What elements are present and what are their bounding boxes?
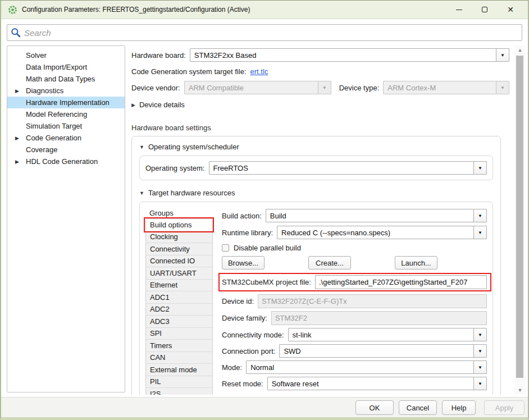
sidebar-item-solver[interactable]: Solver (7, 49, 125, 61)
target-hw-resources-section-title: Target hardware resources (148, 189, 235, 197)
hardware-board-dropdown[interactable]: STM32F2xx Based ▼ (190, 48, 509, 62)
group-item-clocking[interactable]: Clocking (146, 231, 212, 244)
runtime-library-dropdown[interactable]: Reduced C (--specs=nano.specs) ▼ (277, 226, 487, 239)
groups-column: Groups Build optionsClockingConnectivity… (145, 207, 213, 395)
connection-port-value: SWD (280, 345, 473, 357)
collapsed-triangle-icon: ▶ (131, 102, 135, 108)
scroll-down-icon[interactable]: ▼ (514, 386, 526, 395)
search-row (7, 24, 522, 41)
sidebar-item-label: Math and Data Types (26, 75, 95, 83)
cancel-button[interactable]: Cancel (399, 400, 437, 415)
sidebar-item-coverage[interactable]: Coverage (7, 144, 125, 156)
operating-system-dropdown[interactable]: FreeRTOS ▼ (209, 161, 487, 175)
close-icon: ✕ (507, 6, 514, 13)
group-item-connected-io[interactable]: Connected IO (146, 255, 212, 268)
reset-mode-dropdown[interactable]: Software reset ▼ (267, 377, 487, 390)
chevron-down-icon[interactable]: ▼ (473, 345, 486, 357)
operating-system-value: FreeRTOS (209, 162, 474, 174)
launch-button[interactable]: Launch... (395, 256, 437, 270)
window-controls: ✕ (446, 1, 523, 19)
group-item-spi[interactable]: SPI (146, 328, 212, 340)
mode-dropdown[interactable]: Normal ▼ (246, 360, 487, 374)
group-item-ethernet[interactable]: Ethernet (146, 280, 212, 292)
sidebar-item-hardware-implementation[interactable]: Hardware Implementation (7, 97, 125, 108)
sidebar-item-code-generation[interactable]: ▶Code Generation (7, 132, 125, 144)
red-annotation-box-build-options (144, 217, 214, 232)
group-item-timers[interactable]: Timers (146, 340, 212, 352)
minimize-icon (456, 10, 462, 10)
expand-arrow-icon[interactable]: ▶ (15, 88, 19, 94)
os-scheduler-section-title: Operating system/scheduler (148, 143, 239, 151)
sidebar-item-model-referencing[interactable]: Model Referencing (7, 108, 125, 120)
os-scheduler-section-toggle[interactable]: ▼ Operating system/scheduler (139, 143, 493, 151)
group-item-build-options[interactable]: Build options (146, 219, 212, 231)
device-vendor-value: ARM Compatible (185, 81, 318, 94)
build-action-dropdown[interactable]: Build ▼ (266, 209, 487, 222)
sidebar-item-simulation-target[interactable]: Simulation Target (7, 120, 125, 132)
disable-parallel-build-checkbox[interactable] (222, 244, 229, 252)
vertical-scrollbar[interactable]: ▲ ▼ (514, 45, 526, 395)
device-details-toggle[interactable]: ▶ Device details (131, 101, 511, 109)
search-input[interactable] (24, 28, 518, 38)
runtime-library-label: Runtime library: (222, 229, 277, 237)
sidebar-item-hdl-code-generation[interactable]: ▶HDL Code Generation (7, 156, 125, 167)
group-item-adc3[interactable]: ADC3 (146, 316, 212, 328)
close-button[interactable]: ✕ (498, 1, 523, 19)
sidebar-item-label: Simulation Target (26, 122, 82, 130)
window-title: Configuration Parameters: FREERTOS_getti… (22, 6, 446, 13)
device-id-label: Device id: (222, 297, 258, 305)
chevron-down-icon[interactable]: ▼ (496, 49, 509, 61)
expand-arrow-icon[interactable]: ▶ (15, 135, 19, 141)
sidebar-item-label: Data Import/Export (26, 63, 87, 71)
reset-mode-value: Software reset (268, 377, 473, 390)
target-file-label: Code Generation system target file: (131, 67, 250, 76)
chevron-down-icon[interactable]: ▼ (473, 361, 486, 373)
chevron-down-icon[interactable]: ▼ (473, 377, 486, 390)
expand-arrow-icon[interactable]: ▶ (15, 159, 19, 165)
minimize-button[interactable] (446, 1, 472, 19)
sidebar-item-label: Hardware Implementation (26, 98, 110, 107)
scroll-up-icon[interactable]: ▲ (514, 45, 526, 54)
build-action-label: Build action: (222, 212, 266, 220)
scrollbar-thumb[interactable] (516, 56, 523, 378)
target-file-link[interactable]: ert.tlc (250, 67, 268, 76)
search-box[interactable] (7, 24, 522, 41)
connectivity-mode-label: Connectivity mode: (222, 331, 288, 339)
connection-port-dropdown[interactable]: SWD ▼ (279, 344, 487, 358)
group-item-external-mode[interactable]: External mode (146, 364, 212, 376)
group-item-pil[interactable]: PIL (146, 376, 212, 389)
ok-button[interactable]: OK (355, 400, 394, 415)
group-item-adc2[interactable]: ADC2 (146, 304, 212, 316)
group-item-uart-usart[interactable]: UART/USART (146, 267, 212, 280)
connectivity-mode-dropdown[interactable]: st-link ▼ (288, 328, 487, 341)
help-button[interactable]: Help (442, 400, 476, 415)
build-action-value: Build (266, 209, 473, 222)
sidebar-item-diagnostics[interactable]: ▶Diagnostics (7, 85, 125, 97)
device-type-value: ARM Cortex-M (384, 81, 496, 94)
group-item-connectivity[interactable]: Connectivity (146, 243, 212, 255)
sidebar-item-label: Diagnostics (26, 86, 63, 95)
sidebar-item-math-and-data-types[interactable]: Math and Data Types (7, 73, 125, 85)
chevron-down-icon: ▼ (318, 81, 331, 94)
group-item-can[interactable]: CAN (146, 352, 212, 364)
mode-label: Mode: (222, 363, 246, 372)
reset-mode-label: Reset mode: (222, 380, 267, 388)
chevron-down-icon[interactable]: ▼ (473, 226, 486, 239)
maximize-button[interactable] (472, 1, 498, 19)
apply-button: Apply (484, 400, 525, 415)
sidebar-item-label: Solver (26, 51, 47, 60)
group-item-adc1[interactable]: ADC1 (146, 291, 212, 304)
group-item-i2s[interactable]: I2S (146, 388, 212, 395)
chevron-down-icon[interactable]: ▼ (473, 209, 486, 222)
chevron-down-icon[interactable]: ▼ (473, 328, 486, 341)
create-button[interactable]: Create... (308, 256, 351, 270)
search-icon (11, 28, 21, 38)
sidebar-item-data-import-export[interactable]: Data Import/Export (7, 61, 125, 73)
target-hw-resources-section-toggle[interactable]: ▼ Target hardware resources (139, 189, 493, 197)
device-details-label: Device details (139, 101, 185, 109)
device-type-dropdown: ARM Cortex-M ▼ (383, 81, 509, 94)
browse-button[interactable]: Browse... (222, 256, 264, 270)
device-vendor-label: Device vendor: (131, 84, 184, 92)
chevron-down-icon[interactable]: ▼ (473, 162, 486, 174)
cubemx-project-file-input[interactable]: .\gettingStarted_F207ZG\gettingStarted_F… (315, 275, 487, 289)
